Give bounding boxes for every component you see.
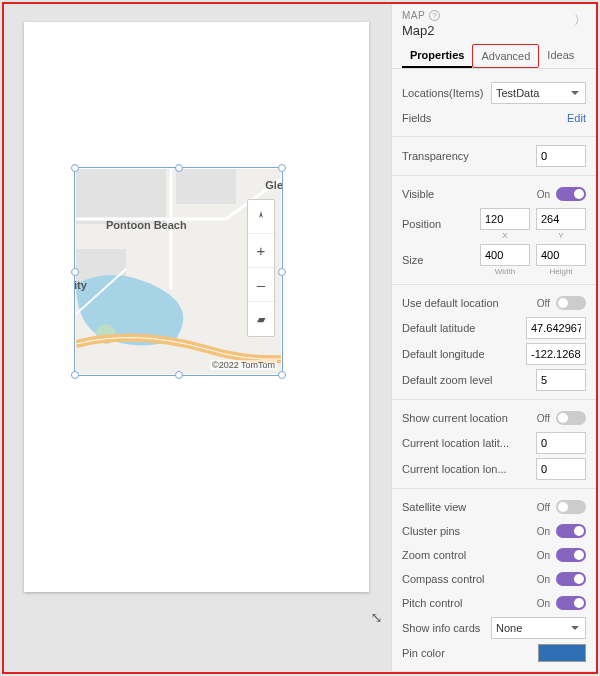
prop-label: Zoom control — [402, 549, 537, 561]
default-lon-input[interactable] — [526, 343, 586, 365]
prop-label: Fields — [402, 112, 567, 124]
locations-select[interactable]: TestData — [491, 82, 586, 104]
prop-label: Default longitude — [402, 348, 526, 360]
prop-label: Use default location — [402, 297, 537, 309]
resize-handle[interactable] — [71, 268, 79, 276]
resize-handle[interactable] — [175, 371, 183, 379]
prop-label: Position — [402, 218, 480, 230]
prop-label: Locations(Items) — [402, 87, 491, 99]
position-y-input[interactable] — [536, 208, 586, 230]
transparency-input[interactable] — [536, 145, 586, 167]
tab-ideas[interactable]: Ideas — [539, 44, 582, 68]
canvas-area[interactable]: Pontoon Beach ity Gle ©2022 TomTom + – ▰ — [4, 4, 391, 634]
tab-advanced[interactable]: Advanced — [472, 44, 539, 68]
prop-label: Pitch control — [402, 597, 537, 609]
prop-label: Show current location — [402, 412, 537, 424]
map-control[interactable]: Pontoon Beach ity Gle ©2022 TomTom + – ▰ — [76, 169, 281, 374]
cluster-toggle[interactable] — [556, 524, 586, 538]
size-h-input[interactable] — [536, 244, 586, 266]
default-zoom-input[interactable] — [536, 369, 586, 391]
resize-handle[interactable] — [278, 164, 286, 172]
resize-handle[interactable] — [278, 371, 286, 379]
resize-handle[interactable] — [175, 164, 183, 172]
prop-label: Default zoom level — [402, 374, 536, 386]
help-icon[interactable]: ? — [429, 10, 440, 21]
show-current-toggle[interactable] — [556, 411, 586, 425]
prop-label: Visible — [402, 188, 537, 200]
prop-label: Current location latit... — [402, 437, 536, 449]
prop-label: Transparency — [402, 150, 536, 162]
current-lon-input[interactable] — [536, 458, 586, 480]
prop-label: Default latitude — [402, 322, 526, 334]
zoomctrl-toggle[interactable] — [556, 548, 586, 562]
resize-handle[interactable] — [278, 268, 286, 276]
pitch-toggle[interactable] — [556, 596, 586, 610]
prop-label: Cluster pins — [402, 525, 537, 537]
default-lat-input[interactable] — [526, 317, 586, 339]
prop-label: Show info cards — [402, 622, 491, 634]
selection-outline — [74, 167, 283, 376]
visible-toggle[interactable] — [556, 187, 586, 201]
prop-label: Satellite view — [402, 501, 537, 513]
prop-label: Compass control — [402, 573, 537, 585]
tab-properties[interactable]: Properties — [402, 44, 472, 68]
canvas-resize-icon[interactable]: ⤢ — [369, 612, 385, 624]
resize-handle[interactable] — [71, 371, 79, 379]
current-lat-input[interactable] — [536, 432, 586, 454]
resize-handle[interactable] — [71, 164, 79, 172]
position-x-input[interactable] — [480, 208, 530, 230]
prop-label: Pin color — [402, 647, 538, 659]
properties-panel: 〉 MAP ? Map2 Properties Advanced Ideas L… — [391, 4, 596, 672]
prop-label: Size — [402, 254, 480, 266]
default-loc-toggle[interactable] — [556, 296, 586, 310]
prop-label: Current location lon... — [402, 463, 536, 475]
compass-toggle[interactable] — [556, 572, 586, 586]
control-name[interactable]: Map2 — [402, 23, 586, 38]
size-w-input[interactable] — [480, 244, 530, 266]
collapse-panel-icon[interactable]: 〉 — [574, 12, 586, 29]
satellite-toggle[interactable] — [556, 500, 586, 514]
pin-color-swatch[interactable] — [538, 644, 586, 662]
infocards-select[interactable]: None — [491, 617, 586, 639]
fields-edit-link[interactable]: Edit — [567, 112, 586, 124]
control-type-label: MAP ? — [402, 10, 586, 21]
